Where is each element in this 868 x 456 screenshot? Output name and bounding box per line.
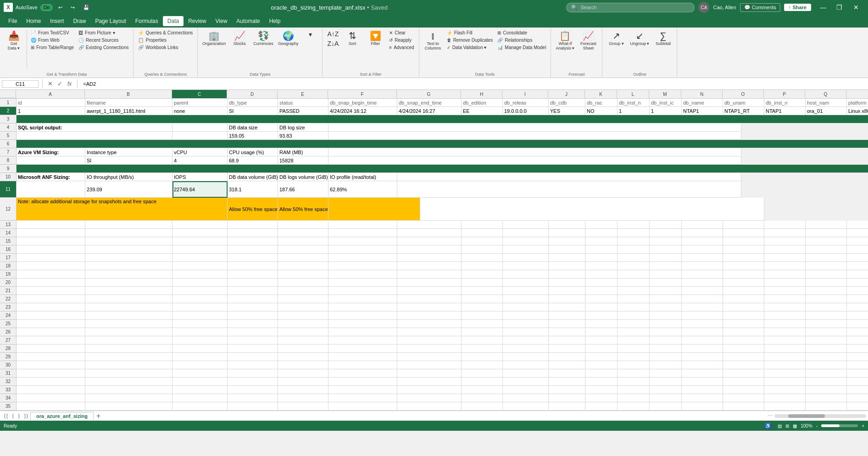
cell-C4[interactable] [172,123,228,132]
cell-row24-col15[interactable] [723,311,764,320]
cell-row13-col12[interactable] [618,221,650,229]
cell-row28-col10[interactable] [549,345,585,353]
cell-C11[interactable]: 22749.64 [172,181,228,198]
cell-row31-col9[interactable] [503,369,549,378]
cell-row15-col12[interactable] [618,237,650,245]
cell-row22-col1[interactable] [17,295,85,303]
cell-row32-col14[interactable] [682,378,723,386]
cell-row22-col11[interactable] [585,295,618,303]
cell-row18-col9[interactable] [503,262,549,270]
cell-row21-col9[interactable] [503,287,549,295]
cell-C1[interactable]: parent [172,99,228,107]
cell-B11[interactable]: 239.09 [85,181,172,198]
cell-row34-col13[interactable] [650,394,682,402]
cell-row28-col15[interactable] [723,345,764,353]
cell-row34-col8[interactable] [462,394,503,402]
redo-btn[interactable]: ↪ [68,4,78,11]
cell-A8[interactable] [17,156,85,165]
filter-button[interactable]: 🔽 Filter [364,29,386,48]
cell-row27-col16[interactable] [764,336,806,345]
cell-row20-col16[interactable] [764,278,806,287]
cell-row35-col15[interactable] [723,402,764,411]
cell-row14-col12[interactable] [618,229,650,237]
cell-row30-col2[interactable] [85,361,172,369]
cell-row23-col6[interactable] [328,303,397,311]
cell-O2[interactable]: NTAP1_RT [723,107,764,115]
queries-connections-button[interactable]: ⚡ Queries & Connections [136,29,195,36]
cell-row32-col2[interactable] [85,378,172,386]
cell-row14-col6[interactable] [328,229,397,237]
cell-row25-col12[interactable] [618,320,650,328]
cell-row31-col3[interactable] [172,369,228,378]
row-header-25[interactable]: 25 [0,320,16,328]
cell-row21-col12[interactable] [618,287,650,295]
cell-row26-col9[interactable] [503,328,549,336]
cell-row13-col18[interactable] [847,221,868,229]
view-normal[interactable]: ▤ [778,423,782,428]
cell-row22-col4[interactable] [228,295,278,303]
cell-row23-col4[interactable] [228,303,278,311]
cell-N1[interactable]: db_name [682,99,723,107]
cell-row20-col10[interactable] [549,278,585,287]
properties-button[interactable]: 📋 Properties [136,37,195,44]
col-I[interactable]: I [502,90,548,98]
cell-row31-col4[interactable] [228,369,278,378]
cell-row15-col17[interactable] [806,237,847,245]
cell-row17-col8[interactable] [462,254,503,262]
cell-row17-col13[interactable] [650,254,682,262]
cell-row23-col14[interactable] [682,303,723,311]
cell-row35-col12[interactable] [618,402,650,411]
cell-row25-col2[interactable] [85,320,172,328]
cell-row34-col10[interactable] [549,394,585,402]
cell-row16-col11[interactable] [585,245,618,254]
cell-row13-col14[interactable] [682,221,723,229]
cell-row31-col10[interactable] [549,369,585,378]
minimize-button[interactable]: — [815,0,831,15]
cell-row6-full[interactable] [17,140,868,148]
cell-row29-col4[interactable] [228,353,278,361]
workbook-links-button[interactable]: 🔗 Workbook Links [136,44,195,51]
menu-item-view[interactable]: View [211,16,232,26]
cell-G2[interactable]: 4/24/2024 16:27 [397,107,462,115]
view-layout[interactable]: ⊞ [785,423,789,428]
cell-row21-col11[interactable] [585,287,618,295]
cell-row27-col8[interactable] [462,336,503,345]
cell-row17-col12[interactable] [618,254,650,262]
cell-row22-col12[interactable] [618,295,650,303]
cell-row14-col7[interactable] [397,229,462,237]
cell-row17-col17[interactable] [806,254,847,262]
row-header-24[interactable]: 24 [0,311,16,320]
cell-row24-col9[interactable] [503,311,549,320]
cell-row29-col10[interactable] [549,353,585,361]
cell-R1[interactable]: platform [847,99,868,107]
cell-row17-col6[interactable] [328,254,397,262]
cell-row24-col11[interactable] [585,311,618,320]
cell-row24-col1[interactable] [17,311,85,320]
cell-row20-col7[interactable] [397,278,462,287]
geography-button[interactable]: 🌍 Geography [276,29,300,48]
cell-row34-col6[interactable] [328,394,397,402]
cell-row32-col8[interactable] [462,378,503,386]
cell-row35-col1[interactable] [17,402,85,411]
cell-row24-col8[interactable] [462,311,503,320]
cell-F2[interactable]: 4/24/2024 16:12 [328,107,397,115]
cell-row34-col12[interactable] [618,394,650,402]
row-header-32[interactable]: 32 [0,378,16,386]
cell-row16-col6[interactable] [328,245,397,254]
col-H[interactable]: H [461,90,502,98]
cell-row25-col15[interactable] [723,320,764,328]
cell-row14-col2[interactable] [85,229,172,237]
zoom-plus[interactable]: + [862,423,864,428]
sort-button[interactable]: ⇅ Sort [341,29,363,48]
cell-row28-col8[interactable] [462,345,503,353]
cell-row35-col9[interactable] [503,402,549,411]
relationships-button[interactable]: 🔗 Relationships [495,37,548,44]
cell-row13-col4[interactable] [228,221,278,229]
row-header-16[interactable]: 16 [0,245,16,254]
cell-row16-col3[interactable] [172,245,228,254]
cell-row20-col4[interactable] [228,278,278,287]
row-header-2[interactable]: 2 [0,107,16,115]
cell-A10[interactable]: Microsoft ANF Sizing: [17,173,85,181]
cell-row15-col6[interactable] [328,237,397,245]
cell-row19-col11[interactable] [585,270,618,278]
